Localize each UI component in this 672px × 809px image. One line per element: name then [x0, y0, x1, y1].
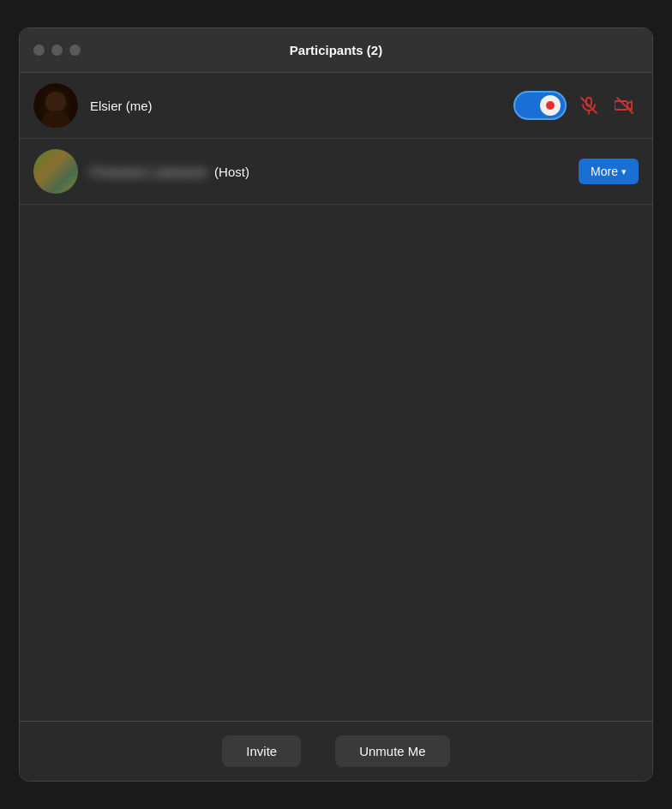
- participant-row-elsier: Elsier (me): [20, 73, 652, 139]
- record-dot: [546, 101, 555, 110]
- participant-name-elsier: Elsier (me): [90, 99, 513, 113]
- footer: Invite Unmute Me: [20, 721, 652, 781]
- host-role-label: (Host): [214, 165, 249, 179]
- mic-slash-icon: [579, 95, 599, 116]
- more-button[interactable]: More ▾: [579, 159, 639, 184]
- chevron-down-icon: ▾: [621, 166, 627, 177]
- maximize-button[interactable]: [69, 45, 81, 56]
- mute-mic-button[interactable]: [575, 92, 603, 119]
- participants-window: Participants (2) Elsier (me): [19, 27, 653, 782]
- blurred-name: Firstname Lastname: [90, 165, 207, 179]
- recording-toggle[interactable]: [513, 91, 567, 120]
- minimize-button[interactable]: [51, 45, 63, 56]
- video-slash-icon: [615, 95, 635, 116]
- participant-row-host: Firstname Lastname (Host) More ▾: [20, 139, 652, 205]
- toggle-knob: [540, 95, 561, 116]
- svg-line-3: [617, 98, 633, 113]
- avatar-elsier-image: [33, 83, 78, 128]
- participants-list: Elsier (me): [20, 73, 652, 721]
- traffic-lights: [33, 45, 81, 56]
- avatar-host: [33, 149, 78, 194]
- invite-button[interactable]: Invite: [222, 735, 301, 767]
- more-button-label: More: [591, 165, 618, 178]
- avatar-host-image: [33, 149, 78, 194]
- elsier-controls: [513, 91, 639, 120]
- mute-video-button[interactable]: [611, 92, 639, 119]
- title-bar: Participants (2): [20, 28, 652, 73]
- unmute-me-button[interactable]: Unmute Me: [335, 735, 450, 767]
- participant-name-host: Firstname Lastname (Host): [90, 165, 579, 179]
- host-controls: More ▾: [579, 159, 639, 184]
- avatar-elsier: [33, 83, 78, 128]
- close-button[interactable]: [33, 45, 45, 56]
- window-title: Participants (2): [290, 43, 382, 57]
